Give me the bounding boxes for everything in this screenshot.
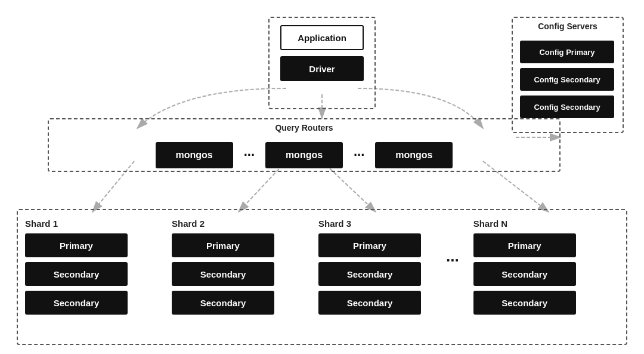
mongos-dots-1: ··· [244,147,255,163]
shard-ellipsis: ··· [446,251,459,270]
shard-2-label: Shard 2 [172,218,205,229]
diagram-container: Application Driver Query Routers mongos … [0,0,644,354]
query-routers-box: Query Routers mongos ··· mongos ··· mong… [48,118,561,172]
app-driver-box: Application Driver [268,17,376,109]
mongos-box-1: mongos [156,142,233,168]
shard-1-label: Shard 1 [25,218,58,229]
config-primary-box: Config Primary [520,41,614,63]
config-servers-label: Config Servers [538,21,597,31]
shard1-secondary-1: Secondary [25,262,128,286]
application-box: Application [280,25,364,50]
shard2-primary: Primary [172,233,274,257]
config-secondary-box-2: Config Secondary [520,96,614,118]
shard-n-label: Shard N [473,218,508,229]
query-routers-label: Query Routers [275,123,333,133]
mongos-box-2: mongos [265,142,343,168]
config-servers-box: Config Servers Config Primary Config Sec… [512,17,624,133]
shard2-secondary-2: Secondary [172,291,274,315]
config-secondary-box-1: Config Secondary [520,68,614,91]
mongos-dots-2: ··· [354,147,364,163]
shard3-primary: Primary [318,233,421,257]
driver-box: Driver [280,56,364,81]
shards-container-box: Shard 1 Primary Secondary Secondary Shar… [17,209,627,345]
shard1-secondary-2: Secondary [25,291,128,315]
shard-3-label: Shard 3 [318,218,351,229]
shard3-secondary-1: Secondary [318,262,421,286]
shardn-secondary-1: Secondary [473,262,576,286]
shardn-secondary-2: Secondary [473,291,576,315]
shard1-primary: Primary [25,233,128,257]
shard2-secondary-1: Secondary [172,262,274,286]
mongos-box-3: mongos [375,142,453,168]
shard3-secondary-2: Secondary [318,291,421,315]
shardn-primary: Primary [473,233,576,257]
